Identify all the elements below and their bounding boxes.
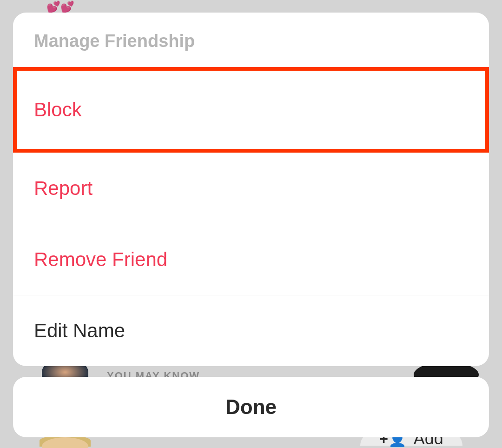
sheet-title: Manage Friendship xyxy=(34,31,468,51)
sheet-header: Manage Friendship xyxy=(13,13,489,67)
option-label: Report xyxy=(34,177,92,199)
option-label: Remove Friend xyxy=(34,248,167,270)
block-option[interactable]: Block xyxy=(13,67,489,153)
manage-friendship-sheet: Manage Friendship Block Report Remove Fr… xyxy=(13,13,489,366)
option-label: Block xyxy=(34,99,82,120)
edit-name-option[interactable]: Edit Name xyxy=(13,295,489,366)
option-label: Edit Name xyxy=(34,320,125,341)
remove-friend-option[interactable]: Remove Friend xyxy=(13,224,489,295)
done-label: Done xyxy=(225,395,277,419)
report-option[interactable]: Report xyxy=(13,153,489,224)
hearts-icon: 💕💕 xyxy=(46,0,74,13)
done-button[interactable]: Done xyxy=(13,377,489,437)
